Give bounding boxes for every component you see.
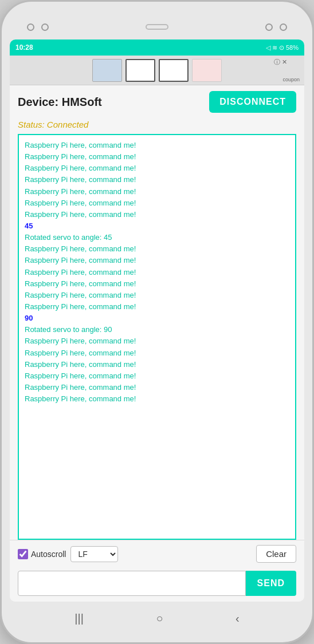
terminal-line: Raspberry Pi here, command me! [25, 278, 289, 290]
top-dot-1 [27, 23, 34, 31]
terminal-line: Raspberry Pi here, command me! [25, 255, 289, 266]
terminal-line: Raspberry Pi here, command me! [25, 290, 289, 301]
terminal-line: 90 [25, 313, 289, 324]
ad-thumb-2 [125, 59, 155, 82]
top-left-dots [27, 23, 49, 31]
device-header: Device: HMSoft DISCONNECT [10, 85, 304, 118]
lf-select[interactable]: LFCRCR+LFNone [70, 546, 118, 562]
terminal-line: Raspberry Pi here, command me! [25, 267, 289, 278]
top-right-dots [265, 23, 287, 31]
terminal-line: 45 [25, 220, 289, 232]
autoscroll-checkbox[interactable] [18, 549, 28, 559]
terminal-line: Raspberry Pi here, command me! [25, 151, 289, 163]
connection-status: Status: Connected [10, 118, 304, 134]
ad-close-icon[interactable]: ⓘ ✕ [274, 58, 287, 66]
terminal-output: Raspberry Pi here, command me!Raspberry … [18, 134, 296, 540]
status-time: 10:28 [15, 44, 33, 52]
send-button[interactable]: SEND [246, 571, 296, 596]
terminal-line: Raspberry Pi here, command me! [25, 209, 289, 220]
terminal-line: Raspberry Pi here, command me! [25, 186, 289, 197]
terminal-line: Rotated servo to angle: 90 [25, 324, 289, 335]
terminal-line: Raspberry Pi here, command me! [25, 359, 289, 370]
ad-thumb-3 [159, 59, 189, 82]
back-icon[interactable]: ‹ [236, 612, 240, 625]
phone-screen: 10:28 ◁ ≋ ⊙ 58% ⓘ ✕ coupon Device: HMSof… [10, 39, 304, 602]
terminal-line: Raspberry Pi here, command me! [25, 382, 289, 393]
terminal-line: Rotated servo to angle: 45 [25, 232, 289, 243]
top-dot-2 [41, 23, 49, 31]
send-input[interactable] [18, 571, 246, 596]
ad-thumb-1 [92, 59, 122, 82]
disconnect-button[interactable]: DISCONNECT [209, 91, 296, 113]
home-icon[interactable]: ○ [156, 612, 163, 625]
terminal-line: Raspberry Pi here, command me! [25, 163, 289, 174]
ad-coupon-label: coupon [282, 77, 300, 82]
terminal-line: Raspberry Pi here, command me! [25, 197, 289, 209]
terminal-line: Raspberry Pi here, command me! [25, 393, 289, 405]
terminal-line: Raspberry Pi here, command me! [25, 174, 289, 185]
terminal-line: Raspberry Pi here, command me! [25, 370, 289, 382]
phone-bottom-nav: ||| ○ ‹ [10, 606, 304, 631]
status-bar: 10:28 ◁ ≋ ⊙ 58% [10, 39, 304, 56]
speaker [146, 24, 168, 30]
terminal-line: Raspberry Pi here, command me! [25, 243, 289, 255]
terminal-line: Raspberry Pi here, command me! [25, 301, 289, 313]
terminal-line: Raspberry Pi here, command me! [25, 140, 289, 151]
phone-top-bar [10, 19, 304, 35]
top-dot-3 [265, 23, 273, 31]
ad-thumb-4 [192, 59, 222, 82]
phone-frame: 10:28 ◁ ≋ ⊙ 58% ⓘ ✕ coupon Device: HMSof… [0, 0, 314, 644]
status-icons: ◁ ≋ ⊙ 58% [266, 44, 299, 52]
menu-icon[interactable]: ||| [74, 612, 84, 625]
bottom-control-bar: Autoscroll LFCRCR+LFNone Clear [10, 540, 304, 567]
ad-banner: ⓘ ✕ coupon [10, 56, 304, 85]
clear-button[interactable]: Clear [256, 545, 296, 563]
autoscroll-label[interactable]: Autoscroll [18, 549, 66, 559]
terminal-line: Raspberry Pi here, command me! [25, 347, 289, 359]
top-dot-4 [280, 23, 287, 31]
terminal-line: Raspberry Pi here, command me! [25, 335, 289, 347]
device-label: Device: HMSoft [18, 96, 102, 109]
send-row: SEND [10, 567, 304, 602]
